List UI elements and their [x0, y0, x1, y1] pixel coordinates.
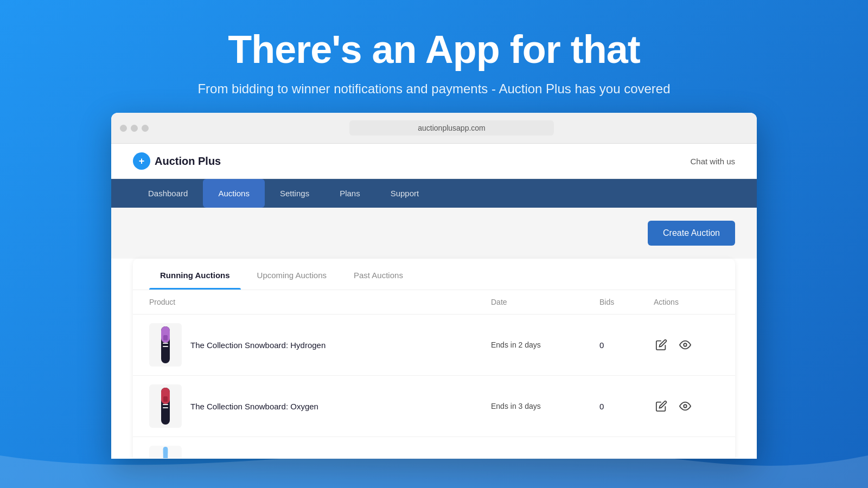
product-cell-hydrogen: The Collection Snowboard: Hydrogen: [149, 323, 491, 367]
svg-point-11: [684, 404, 687, 408]
date-oxygen: Ends in 3 days: [491, 402, 599, 410]
col-header-actions: Actions: [654, 298, 719, 306]
table-header: Product Date Bids Actions: [133, 290, 735, 314]
main-nav: Dashboard Auctions Settings Plans Suppor…: [111, 179, 757, 208]
product-image-hydrogen: [149, 323, 182, 367]
browser-chrome: auctionplusapp.com: [111, 113, 757, 144]
tab-upcoming-auctions[interactable]: Upcoming Auctions: [246, 259, 337, 290]
nav-item-plans[interactable]: Plans: [324, 179, 375, 208]
nav-item-auctions[interactable]: Auctions: [203, 179, 265, 208]
view-icon[interactable]: [678, 337, 693, 352]
bids-oxygen: 0: [599, 402, 654, 411]
svg-point-5: [684, 343, 687, 346]
svg-rect-3: [163, 346, 168, 347]
nav-item-dashboard[interactable]: Dashboard: [133, 179, 203, 208]
product-name-oxygen: The Collection Snowboard: Oxygen: [190, 402, 318, 411]
app-header: + Auction Plus Chat with us: [111, 144, 757, 179]
col-header-product: Product: [149, 298, 491, 306]
hero-section: There's an App for that From bidding to …: [0, 0, 868, 113]
svg-rect-8: [163, 404, 168, 405]
product-name-hydrogen: The Collection Snowboard: Hydrogen: [190, 341, 326, 350]
auction-tabs: Running Auctions Upcoming Auctions Past …: [133, 259, 735, 290]
app-logo: + Auction Plus: [133, 152, 221, 170]
col-header-date: Date: [491, 298, 599, 306]
view-icon[interactable]: [678, 399, 693, 414]
browser-dots: [120, 125, 149, 132]
chat-link[interactable]: Chat with us: [690, 157, 735, 166]
address-bar[interactable]: auctionplusapp.com: [349, 120, 554, 136]
edit-icon[interactable]: [654, 337, 669, 352]
browser-dot-green: [142, 125, 149, 132]
nav-item-support[interactable]: Support: [375, 179, 435, 208]
bids-hydrogen: 0: [599, 341, 654, 350]
col-header-bids: Bids: [599, 298, 654, 306]
tab-past-auctions[interactable]: Past Auctions: [343, 259, 414, 290]
svg-rect-4: [163, 335, 168, 341]
svg-rect-9: [163, 407, 168, 408]
actions-oxygen: [654, 399, 719, 414]
snowboard-image-hydrogen: [158, 324, 173, 365]
app-name: Auction Plus: [155, 155, 221, 168]
tab-running-auctions[interactable]: Running Auctions: [149, 259, 241, 290]
svg-rect-2: [163, 343, 168, 344]
snowboard-image-oxygen: [158, 386, 173, 427]
hero-subtitle: From bidding to winner notifications and…: [11, 81, 857, 97]
nav-item-settings[interactable]: Settings: [265, 179, 324, 208]
product-cell-oxygen: The Collection Snowboard: Oxygen: [149, 384, 491, 428]
browser-dot-yellow: [131, 125, 138, 132]
table-row: The Collection Snowboard: Hydrogen Ends …: [133, 314, 735, 376]
content-toolbar: Create Auction: [111, 208, 757, 259]
edit-icon[interactable]: [654, 399, 669, 414]
create-auction-button[interactable]: Create Auction: [648, 221, 735, 246]
browser-dot-red: [120, 125, 127, 132]
svg-rect-10: [163, 396, 168, 402]
product-image-oxygen: [149, 384, 182, 428]
date-hydrogen: Ends in 2 days: [491, 341, 599, 349]
wave-decoration: [0, 423, 868, 488]
hero-title: There's an App for that: [11, 27, 857, 72]
logo-icon: +: [133, 152, 150, 170]
browser-mockup: auctionplusapp.com + Auction Plus Chat w…: [111, 113, 757, 459]
actions-hydrogen: [654, 337, 719, 352]
